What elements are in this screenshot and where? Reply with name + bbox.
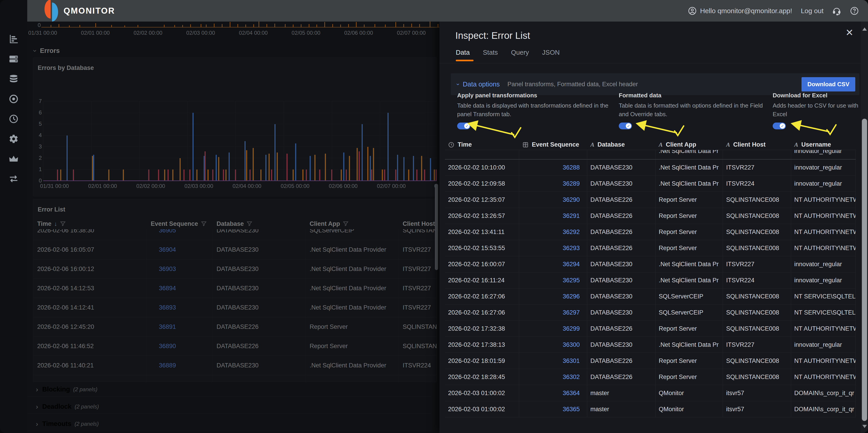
table-row: 2026-02-02 15:53:55 36293 DATABASE226 Re…: [445, 240, 856, 256]
tab-query[interactable]: Query: [511, 49, 529, 61]
record-icon[interactable]: [9, 94, 19, 104]
help-icon[interactable]: [850, 6, 859, 16]
table-row: 2026-02-02 18:28:45 36302 DATABASE226 Re…: [445, 369, 856, 385]
column-header-database[interactable]: A Database: [587, 141, 655, 148]
filter-funnel-icon[interactable]: [247, 221, 252, 227]
table-row: 2026-02-02 12:35:07 36290 DATABASE226 Re…: [445, 192, 856, 208]
event-sequence-link[interactable]: 36292: [519, 224, 587, 240]
edb-plot-area[interactable]: [43, 101, 437, 181]
column-header-client-app[interactable]: A Client App: [655, 141, 723, 148]
column-header-client-host[interactable]: A Client Host: [723, 141, 791, 148]
column-header-time[interactable]: Time ↓: [33, 220, 147, 227]
grid-number-icon: [522, 142, 529, 148]
download-csv-button[interactable]: Download CSV: [802, 77, 855, 91]
toggle-switch-on[interactable]: ✓: [773, 123, 786, 129]
toggle-switch-on[interactable]: ✓: [619, 123, 632, 129]
column-header-time[interactable]: Time: [445, 141, 519, 148]
table-row: 2026-02-06 11:46:52 36890 DATABASE226 Re…: [33, 337, 437, 356]
transfer-arrows-icon[interactable]: [9, 174, 19, 184]
error-list-header: Time ↓ Event Sequence Database Client Ap…: [33, 219, 437, 229]
data-options-toggle[interactable]: › Data options: [457, 81, 500, 88]
history-icon[interactable]: [9, 114, 19, 124]
sidebar: [0, 0, 27, 433]
event-sequence-link[interactable]: 36289: [519, 176, 587, 191]
event-sequence-link[interactable]: 36302: [519, 369, 587, 385]
error-list-rows: 2026-02-06 16:05:07 36904 DATABASE230 .N…: [33, 240, 437, 375]
crown-icon[interactable]: [9, 154, 19, 164]
string-field-icon: A: [590, 142, 594, 148]
event-sequence-link[interactable]: 36295: [519, 272, 587, 288]
scrollbar-thumb[interactable]: [862, 119, 867, 421]
database-icon[interactable]: [9, 74, 19, 84]
section-errors[interactable]: › Errors: [34, 47, 60, 55]
event-sequence-link[interactable]: 36300: [519, 337, 587, 353]
event-sequence-link[interactable]: 36294: [519, 256, 587, 272]
chevron-right-icon: ›: [36, 420, 38, 428]
scroll-up-arrow[interactable]: [862, 27, 867, 31]
tab-data[interactable]: Data: [456, 49, 470, 61]
table-row: 2026-02-06 16:00:12 36903 DATABASE230 .N…: [33, 259, 437, 279]
data-options-summary: Panel transforms, Formatted data, Excel …: [507, 81, 638, 88]
logout-link[interactable]: Log out: [801, 7, 824, 15]
servers-icon[interactable]: [9, 54, 19, 64]
tab-stats[interactable]: Stats: [483, 49, 498, 61]
table-row: 2026-02-02 13:26:57 36291 DATABASE226 Re…: [445, 208, 856, 224]
event-sequence-link[interactable]: 36297: [519, 305, 587, 320]
inspect-drawer: Inspect: Error List ✕ Data Stats Query J…: [439, 22, 868, 433]
string-field-icon: A: [726, 142, 730, 148]
collapsed-section-row[interactable]: › Blocking (2 panels): [27, 382, 431, 397]
partial-row-top: 2026-02-06 16:38:30 36905 DATABASE230 SQ…: [33, 229, 437, 240]
close-icon[interactable]: ✕: [845, 28, 854, 37]
sparkline-baseline: [41, 27, 439, 27]
gear-icon[interactable]: [9, 134, 19, 144]
filter-funnel-icon[interactable]: [201, 221, 207, 227]
column-header-client-host[interactable]: Client Host: [399, 220, 437, 227]
filter-funnel-icon[interactable]: [60, 221, 66, 227]
event-sequence-link[interactable]: 36293: [519, 240, 587, 256]
table-row: 2026-02-02 16:00:07 36294 DATABASE230 .N…: [445, 256, 856, 272]
top-panel-sparkline: [27, 22, 439, 27]
chevron-down-icon: ›: [455, 83, 462, 85]
bar-chart-icon[interactable]: [9, 34, 19, 44]
drawer-scrollbar[interactable]: [861, 22, 868, 433]
column-header-client-app[interactable]: Client App: [306, 220, 399, 227]
column-header-event-sequence[interactable]: Event Sequence: [147, 220, 213, 227]
table-row: 2026-02-06 16:05:07 36904 DATABASE230 .N…: [33, 240, 437, 259]
top-panel-x-axis: 01/31 00:0002/01 00:0002/02 00:0002/03 0…: [27, 30, 439, 36]
table-row: 2026-02-02 17:32:38 36299 DATABASE226 Re…: [445, 321, 856, 337]
app-window: QMONITOR Hello qmonitor@qmonitor.app! Lo…: [0, 0, 868, 433]
brand[interactable]: QMONITOR: [44, 0, 115, 22]
partial-row-bottom: 2026-02-06 11:05:06 36888 DATABASE226 Re…: [33, 375, 437, 382]
dashboard-scrollbar-thumb[interactable]: [435, 184, 438, 270]
event-sequence-link[interactable]: 36291: [519, 208, 587, 224]
sort-desc-icon[interactable]: ↓: [54, 220, 57, 227]
column-header-event-sequence[interactable]: Event Sequence: [519, 141, 587, 148]
chevron-down-icon: ›: [32, 50, 39, 52]
table-row: 2026-02-02 16:27:06 36297 DATABASE230 SQ…: [445, 305, 856, 321]
event-sequence-link[interactable]: 36365: [519, 401, 587, 417]
partial-row-top: .Net SqlClient Data Pr innovator_regular: [445, 150, 856, 159]
table-row: 2026-02-03 01:00:02 36364 master QMonito…: [445, 385, 856, 401]
filter-funnel-icon[interactable]: [343, 221, 349, 227]
edb-zero-baseline: [43, 180, 437, 181]
event-sequence-link[interactable]: 36290: [519, 192, 587, 208]
string-field-icon: A: [659, 142, 662, 148]
event-sequence-link[interactable]: 36288: [519, 159, 587, 176]
table-row: 2026-02-02 16:11:24 36295 DATABASE230 .N…: [445, 272, 856, 288]
event-sequence-link[interactable]: 36299: [519, 321, 587, 337]
column-header-username[interactable]: A Username: [791, 141, 856, 148]
inspect-table-header: Time Event Sequence A Database A Client …: [445, 140, 856, 150]
toggle-apply-transformations: Apply panel transformations Table data i…: [457, 92, 612, 129]
event-sequence-link[interactable]: 36301: [519, 353, 587, 369]
panel-errors-by-database: Errors by Database 01234567 01/31 00:000…: [33, 57, 437, 196]
scroll-down-arrow[interactable]: [862, 425, 867, 428]
collapsed-section-row[interactable]: › Deadlock (2 panels): [27, 400, 431, 414]
toggle-switch-on[interactable]: ✓: [457, 123, 470, 129]
support-headset-icon[interactable]: [832, 6, 841, 16]
event-sequence-link[interactable]: 36364: [519, 385, 587, 401]
collapsed-section-row[interactable]: › Timeouts (2 panels): [27, 417, 431, 431]
panel-title: Error List: [38, 206, 65, 213]
event-sequence-link[interactable]: 36296: [519, 288, 587, 304]
column-header-database[interactable]: Database: [213, 220, 306, 227]
tab-json[interactable]: JSON: [542, 49, 560, 61]
